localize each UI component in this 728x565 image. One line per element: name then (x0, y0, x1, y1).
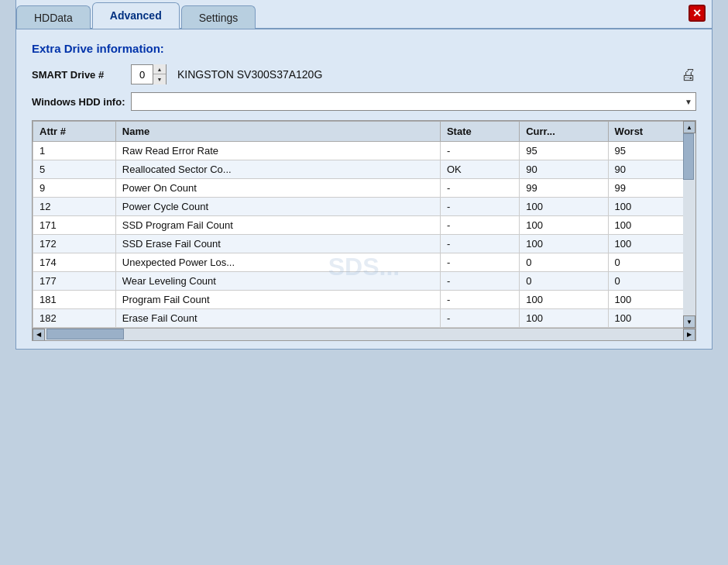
smart-table: Attr # Name State Curr... Worst 1Raw Rea… (33, 121, 695, 328)
smart-drive-label: SMART Drive # (32, 69, 125, 81)
windows-hdd-row: Windows HDD info: ▼ (32, 92, 696, 111)
cell-name: Erase Fail Count (115, 309, 440, 328)
table-row: 182Erase Fail Count-100100 (33, 309, 695, 328)
cell-attr: 5 (33, 160, 116, 179)
cell-name: Wear Leveling Count (115, 272, 440, 291)
table-header-row: Attr # Name State Curr... Worst (33, 122, 695, 142)
cell-name: Power Cycle Count (115, 198, 440, 216)
cell-attr: 182 (33, 309, 116, 328)
cell-attr: 181 (33, 291, 116, 309)
spinner-up-button[interactable]: ▲ (153, 64, 166, 74)
cell-name: Power On Count (115, 179, 440, 198)
cell-attr: 1 (33, 142, 116, 160)
scroll-right-button[interactable]: ▶ (683, 329, 695, 341)
cell-curr: 95 (520, 142, 608, 160)
cell-attr: 12 (33, 198, 116, 216)
col-header-attr: Attr # (33, 122, 116, 142)
scroll-down-button[interactable]: ▼ (683, 315, 695, 328)
col-header-state: State (440, 122, 519, 142)
cell-curr: 90 (520, 160, 608, 179)
print-button[interactable]: 🖨 (681, 66, 696, 84)
main-window: HDData Advanced Settings ✕ Extra Drive i… (15, 0, 713, 350)
drive-name-label: KINGSTON SV300S37A120G (177, 68, 675, 81)
table-row: 174Unexpected Power Los...-00 (33, 253, 695, 272)
smart-drive-row: SMART Drive # 0 ▲ ▼ KINGSTON SV300S37A12… (32, 64, 696, 84)
tab-hddata[interactable]: HDData (16, 5, 91, 29)
cell-curr: 100 (520, 309, 608, 328)
tab-settings[interactable]: Settings (181, 5, 256, 29)
tab-advanced[interactable]: Advanced (92, 2, 180, 29)
scroll-up-button[interactable]: ▲ (683, 121, 695, 133)
cell-name: SSD Program Fail Count (115, 216, 440, 235)
cell-state: OK (440, 160, 519, 179)
table-row: 172SSD Erase Fail Count-100100 (33, 235, 695, 253)
cell-worst: 100 (608, 309, 695, 328)
section-title: Extra Drive information: (32, 42, 696, 55)
cell-worst: 100 (608, 235, 695, 253)
scroll-thumb-v[interactable] (683, 133, 694, 180)
smart-drive-spinner[interactable]: 0 ▲ ▼ (131, 64, 167, 84)
horizontal-scrollbar: ◀ ▶ (33, 328, 695, 340)
table-scroll-area: Attr # Name State Curr... Worst 1Raw Rea… (33, 121, 695, 328)
smart-table-container: Attr # Name State Curr... Worst 1Raw Rea… (32, 120, 696, 341)
col-header-worst: Worst (608, 122, 695, 142)
vertical-scrollbar: ▲ ▼ (683, 121, 695, 328)
cell-worst: 0 (608, 272, 695, 291)
cell-worst: 95 (608, 142, 695, 160)
cell-attr: 174 (33, 253, 116, 272)
cell-worst: 90 (608, 160, 695, 179)
scroll-left-button[interactable]: ◀ (33, 329, 45, 341)
scroll-track-v[interactable] (683, 133, 695, 315)
table-row: 171SSD Program Fail Count-100100 (33, 216, 695, 235)
cell-attr: 172 (33, 235, 116, 253)
content-area: Extra Drive information: SMART Drive # 0… (16, 28, 712, 349)
cell-attr: 177 (33, 272, 116, 291)
close-button[interactable]: ✕ (689, 5, 706, 22)
cell-state: - (440, 291, 519, 309)
table-row: 12Power Cycle Count-100100 (33, 198, 695, 216)
cell-name: Reallocated Sector Co... (115, 160, 440, 179)
cell-name: Program Fail Count (115, 291, 440, 309)
cell-worst: 0 (608, 253, 695, 272)
cell-attr: 9 (33, 179, 116, 198)
cell-state: - (440, 309, 519, 328)
cell-worst: 100 (608, 291, 695, 309)
table-row: 9Power On Count-9999 (33, 179, 695, 198)
windows-hdd-dropdown[interactable]: ▼ (131, 92, 696, 111)
cell-state: - (440, 253, 519, 272)
cell-state: - (440, 235, 519, 253)
cell-state: - (440, 179, 519, 198)
cell-curr: 0 (520, 272, 608, 291)
cell-name: Unexpected Power Los... (115, 253, 440, 272)
cell-curr: 100 (520, 291, 608, 309)
table-row: 181Program Fail Count-100100 (33, 291, 695, 309)
cell-name: SSD Erase Fail Count (115, 235, 440, 253)
cell-curr: 100 (520, 198, 608, 216)
cell-name: Raw Read Error Rate (115, 142, 440, 160)
cell-state: - (440, 272, 519, 291)
cell-state: - (440, 198, 519, 216)
scroll-track-h[interactable] (45, 329, 683, 340)
cell-worst: 100 (608, 198, 695, 216)
cell-curr: 99 (520, 179, 608, 198)
col-header-curr: Curr... (520, 122, 608, 142)
cell-worst: 100 (608, 216, 695, 235)
col-header-name: Name (115, 122, 440, 142)
table-row: 177Wear Leveling Count-00 (33, 272, 695, 291)
cell-curr: 0 (520, 253, 608, 272)
table-body: 1Raw Read Error Rate-95955Reallocated Se… (33, 142, 695, 328)
spinner-down-button[interactable]: ▼ (153, 74, 166, 84)
scroll-thumb-h[interactable] (46, 329, 124, 339)
cell-curr: 100 (520, 216, 608, 235)
cell-state: - (440, 142, 519, 160)
cell-worst: 99 (608, 179, 695, 198)
table-row: 1Raw Read Error Rate-9595 (33, 142, 695, 160)
tab-bar: HDData Advanced Settings ✕ (16, 0, 712, 28)
cell-state: - (440, 216, 519, 235)
table-wrapper: Attr # Name State Curr... Worst 1Raw Rea… (33, 121, 695, 328)
dropdown-arrow-icon: ▼ (685, 98, 692, 106)
spinner-value: 0 (132, 65, 153, 84)
windows-hdd-label: Windows HDD info: (32, 96, 125, 108)
spinner-arrows: ▲ ▼ (153, 64, 166, 84)
cell-curr: 100 (520, 235, 608, 253)
